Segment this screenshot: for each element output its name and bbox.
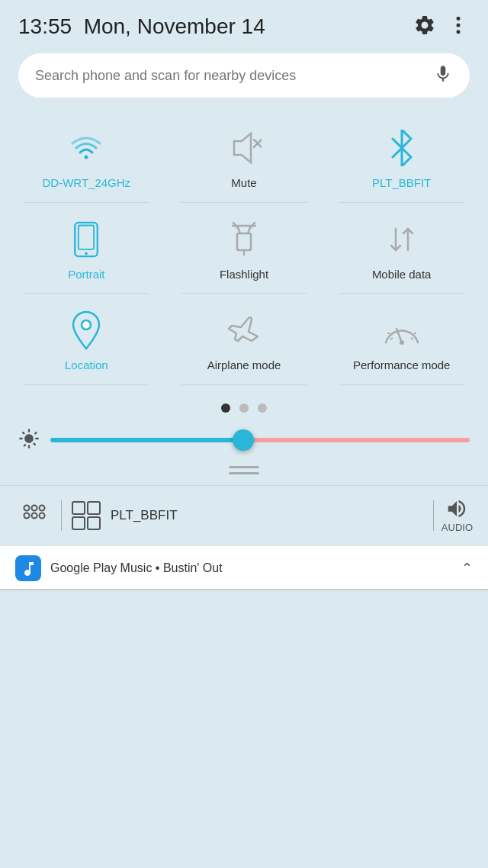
svg-line-20 [390,338,393,339]
search-bar[interactable] [18,53,470,98]
more-options-icon[interactable] [447,14,470,40]
svg-line-22 [411,338,413,339]
brightness-thumb[interactable] [233,429,254,451]
tile-wifi-label: DD-WRT_24GHz [43,175,131,191]
tile-flashlight-label: Flashlight [220,267,268,282]
divider-line-2 [229,472,259,474]
tile-mute-label: Mute [231,175,256,191]
tile-mobile-data-label: Mobile data [372,267,432,282]
page-dot-1[interactable] [221,403,230,413]
svg-rect-32 [72,517,85,529]
status-icons [413,14,470,40]
search-input[interactable] [35,68,425,84]
tile-bluetooth[interactable]: PLT_BBFIT [323,111,480,203]
audio-button[interactable]: AUDIO [441,497,473,533]
brightness-icon [18,428,40,452]
svg-rect-33 [88,517,100,529]
wifi-icon [66,128,106,168]
gear-icon[interactable] [413,14,436,40]
svg-point-29 [40,513,45,518]
audio-label: AUDIO [441,522,473,533]
bottom-widget[interactable]: PLT_BBFIT [69,499,425,532]
music-app-icon [15,555,41,581]
tile-portrait-label: Portrait [68,267,104,282]
tile-flashlight[interactable]: Flashlight [165,203,323,294]
tile-mute[interactable]: Mute [165,111,323,203]
svg-point-27 [24,513,30,518]
tile-airplane-label: Airplane mode [207,358,281,373]
svg-point-0 [457,17,461,21]
tile-wifi[interactable]: DD-WRT_24GHz [8,111,165,203]
bottom-bar: PLT_BBFIT AUDIO [0,485,488,545]
svg-point-2 [457,30,461,34]
page-dot-2[interactable] [239,403,249,413]
svg-point-28 [32,513,37,518]
drag-handle [0,466,488,474]
tile-mobile-data[interactable]: Mobile data [323,203,480,294]
tile-portrait[interactable]: Portrait [8,203,165,294]
separator-2 [433,500,434,531]
mute-icon [224,128,264,168]
tile-performance[interactable]: Performance mode [323,294,480,385]
svg-point-17 [82,320,91,330]
status-time: 13:55 Mon, November 14 [18,14,265,39]
svg-rect-9 [237,233,251,250]
svg-point-19 [400,340,404,345]
svg-rect-30 [72,502,85,514]
widget-icon [69,499,103,532]
progress-bar [0,589,488,590]
svg-rect-7 [79,225,94,249]
tile-airplane[interactable]: Airplane mode [165,294,323,385]
performance-icon [382,310,422,350]
separator [61,500,62,531]
pagination-dots [0,403,488,413]
tile-location-label: Location [65,358,108,373]
brightness-row [0,428,488,452]
now-playing-text: Google Play Music • Bustin' Out [50,561,452,575]
svg-point-3 [85,156,88,159]
flashlight-icon [224,220,264,259]
svg-point-8 [85,252,88,255]
tile-bluetooth-label: PLT_BBFIT [372,175,431,191]
quick-tiles-grid: DD-WRT_24GHz Mute PLT_BBFIT [8,111,480,385]
page-dot-3[interactable] [258,403,267,413]
mic-icon[interactable] [433,64,453,87]
svg-point-24 [24,505,30,510]
tile-location[interactable]: Location [8,294,165,385]
status-bar: 13:55 Mon, November 14 [0,0,488,49]
svg-point-26 [40,505,45,510]
brightness-slider[interactable] [50,438,470,442]
expand-icon[interactable]: ⌃ [461,560,473,577]
mobile-data-icon [382,220,422,259]
airplane-icon [224,310,264,350]
location-icon [66,310,106,350]
widget-label: PLT_BBFIT [111,508,178,523]
tile-performance-label: Performance mode [353,358,451,373]
now-playing-bar[interactable]: Google Play Music • Bustin' Out ⌃ [0,545,488,590]
apps-icon[interactable] [15,497,53,535]
divider-line-1 [229,466,259,468]
svg-point-25 [32,505,37,510]
svg-point-1 [457,24,461,27]
svg-rect-31 [88,502,100,514]
bluetooth-icon [382,128,422,168]
portrait-icon [66,220,106,259]
